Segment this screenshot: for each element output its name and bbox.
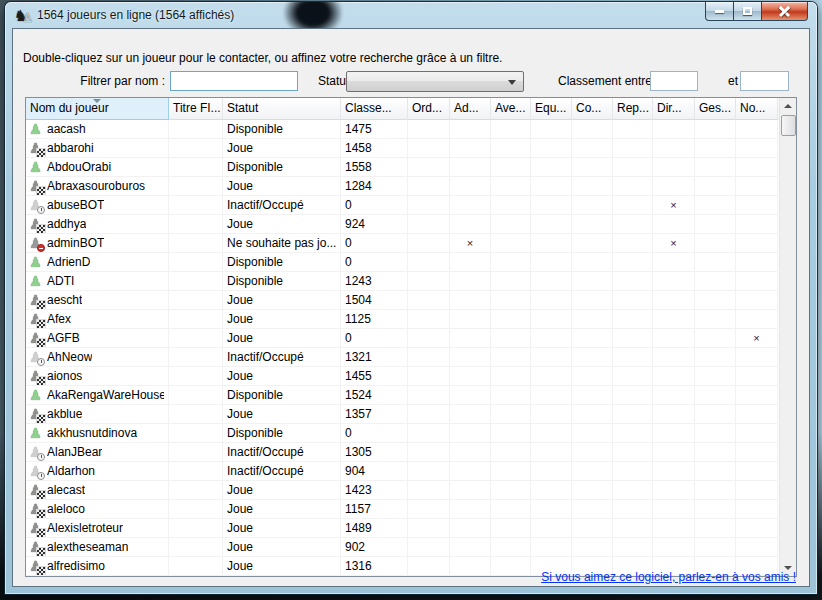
player-rating-cell: 1321	[341, 348, 408, 367]
player-flag-cell	[491, 519, 531, 538]
player-flag-cell	[531, 253, 572, 272]
player-title-cell	[169, 348, 223, 367]
player-flag-cell	[695, 424, 736, 443]
playing-pawn-icon	[29, 482, 42, 499]
player-row[interactable]: alecastJoue1423	[26, 481, 779, 500]
title-bar[interactable]: 1564 joueurs en ligne (1564 affichés)	[5, 2, 817, 29]
player-row[interactable]: abbarohiJoue1458	[26, 139, 779, 158]
player-row[interactable]: AbraxasouroburosJoue1284	[26, 177, 779, 196]
player-flag-cell	[408, 557, 450, 576]
player-row[interactable]: AkaRengaWareHouseDisponible1524	[26, 386, 779, 405]
player-flag-cell	[531, 443, 572, 462]
column-header-ave[interactable]: Ave...	[491, 98, 531, 120]
column-header-label: Equ...	[535, 101, 566, 115]
column-header-equ[interactable]: Equ...	[531, 98, 572, 120]
player-name-cell: alextheseaman	[26, 538, 169, 557]
vertical-scrollbar[interactable]	[779, 98, 796, 576]
rating-max-input[interactable]	[740, 71, 789, 91]
status-dropdown[interactable]	[346, 71, 524, 92]
player-row[interactable]: AlexisletroteurJoue1489	[26, 519, 779, 538]
player-rating-cell: 0	[341, 253, 408, 272]
player-rating-cell: 1357	[341, 405, 408, 424]
column-header-rep[interactable]: Rep...	[613, 98, 653, 120]
player-flag-cell	[450, 120, 491, 139]
player-row[interactable]: AfexJoue1125	[26, 310, 779, 329]
column-header-classe[interactable]: Classe...	[341, 98, 408, 120]
available-pawn-icon	[29, 273, 42, 290]
player-row[interactable]: akkhusnutdinovaDisponible0	[26, 424, 779, 443]
player-row[interactable]: abuseBOTInactif/Occupé0×	[26, 196, 779, 215]
player-flag-cell	[408, 253, 450, 272]
player-flag-cell	[572, 500, 613, 519]
player-flag-cell	[450, 196, 491, 215]
player-flag-cell	[695, 139, 736, 158]
player-name-cell: aacash	[26, 120, 169, 139]
player-flag-cell	[695, 481, 736, 500]
player-flag-cell	[613, 139, 653, 158]
close-button[interactable]	[761, 2, 808, 21]
player-row[interactable]: AGFBJoue0×	[26, 329, 779, 348]
column-header-statut[interactable]: Statut	[223, 98, 341, 120]
column-header-co[interactable]: Co...	[572, 98, 613, 120]
player-row[interactable]: aeschtJoue1504	[26, 291, 779, 310]
player-rating-cell: 1524	[341, 386, 408, 405]
rating-min-input[interactable]	[650, 71, 698, 91]
player-row[interactable]: adminBOTNe souhaite pas jo...0××	[26, 234, 779, 253]
close-icon	[779, 6, 790, 17]
column-header-nom-du-joueur[interactable]: Nom du joueur	[26, 98, 169, 120]
player-flag-cell	[613, 329, 653, 348]
player-row[interactable]: AbdouOrabiDisponible1558	[26, 158, 779, 177]
player-name: aleloco	[47, 500, 85, 518]
player-flag-cell	[736, 215, 778, 234]
player-name-cell: ADTI	[26, 272, 169, 291]
player-flag-cell	[653, 329, 695, 348]
player-flag-cell	[531, 120, 572, 139]
player-flag-cell	[491, 158, 531, 177]
player-flag-cell	[531, 196, 572, 215]
scroll-up-arrow-icon[interactable]	[780, 98, 797, 114]
column-header-titre-fi[interactable]: Titre FI...	[169, 98, 223, 120]
player-name: aionos	[47, 367, 82, 385]
player-row[interactable]: alelocoJoue1157	[26, 500, 779, 519]
player-row[interactable]: alextheseamanJoue902	[26, 538, 779, 557]
scrollbar-thumb[interactable]	[781, 115, 796, 136]
player-flag-cell	[736, 481, 778, 500]
chevron-down-icon	[508, 80, 516, 85]
name-filter-input[interactable]	[170, 71, 298, 91]
player-name: AlanJBear	[47, 443, 102, 461]
player-flag-cell	[491, 196, 531, 215]
column-header-ad[interactable]: Ad...	[450, 98, 491, 120]
player-name: adminBOT	[47, 234, 104, 252]
player-row[interactable]: aionosJoue1455	[26, 367, 779, 386]
column-header-ord[interactable]: Ord...	[408, 98, 450, 120]
player-row[interactable]: AhNeowInactif/Occupé1321	[26, 348, 779, 367]
player-name-cell: AkaRengaWareHouse	[26, 386, 169, 405]
column-header-no[interactable]: No...	[736, 98, 778, 120]
player-row[interactable]: ADTIDisponible1243	[26, 272, 779, 291]
share-link[interactable]: Si vous aimez ce logiciel, parlez-en à v…	[541, 570, 796, 584]
player-row[interactable]: AdrienDDisponible0	[26, 253, 779, 272]
playing-badge-icon	[37, 510, 45, 518]
column-header-dir[interactable]: Dir...	[653, 98, 695, 120]
player-flag-cell: ×	[736, 329, 778, 348]
player-flag-cell	[572, 386, 613, 405]
player-row[interactable]: akblueJoue1357	[26, 405, 779, 424]
player-flag-cell	[531, 215, 572, 234]
player-flag-cell	[736, 405, 778, 424]
player-name-cell: akkhusnutdinova	[26, 424, 169, 443]
player-row[interactable]: addhyaJoue924	[26, 215, 779, 234]
player-row[interactable]: AldarhonInactif/Occupé904	[26, 462, 779, 481]
available-pawn-icon	[29, 254, 42, 271]
player-flag-cell	[450, 139, 491, 158]
dialog-client-area: Double-cliquez sur un joueur pour le con…	[13, 29, 809, 586]
column-header-ges[interactable]: Ges...	[695, 98, 736, 120]
player-flag-cell	[695, 215, 736, 234]
minimize-button[interactable]	[705, 2, 734, 21]
player-flag-cell	[653, 462, 695, 481]
player-flag-cell	[531, 348, 572, 367]
player-row[interactable]: aacashDisponible1475	[26, 120, 779, 139]
playing-badge-icon	[37, 377, 45, 385]
maximize-button[interactable]	[734, 2, 761, 21]
player-flag-cell	[408, 386, 450, 405]
player-row[interactable]: AlanJBearInactif/Occupé1305	[26, 443, 779, 462]
